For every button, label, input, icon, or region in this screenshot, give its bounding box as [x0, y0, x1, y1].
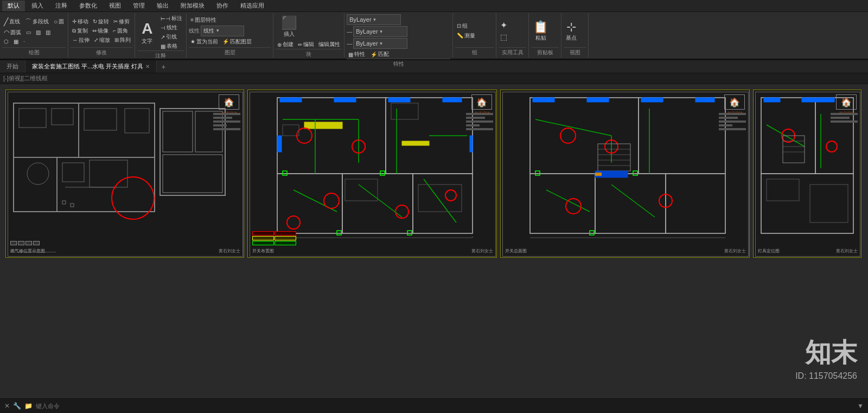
svg-rect-80 — [598, 144, 630, 171]
edit-attr-button[interactable]: 编辑属性 — [317, 40, 342, 49]
svg-rect-48 — [391, 103, 418, 119]
measure-button[interactable]: 📏 测量 — [455, 31, 477, 40]
set-current-button[interactable]: ★ 置为当前 — [189, 37, 220, 46]
cmd-folder-icon[interactable]: 📁 — [24, 402, 33, 410]
linetype-dropdown[interactable]: 线性 ▼ — [201, 26, 244, 36]
match-button[interactable]: ⚡ 匹配 — [369, 50, 391, 59]
bylayer-dropdown-2[interactable]: ByLayer ▼ — [353, 26, 407, 37]
info-line-1 — [213, 113, 240, 115]
ribbon: 默认 插入 注释 参数化 视图 管理 输出 附加模块 协作 精选应用 ╱ 直线 — [0, 0, 868, 60]
command-input[interactable] — [36, 403, 854, 409]
group-icon: ⊡ — [457, 23, 461, 29]
doc-tab-main[interactable]: 家装全套施工图纸 平...水电 开关插座 灯具 ✕ — [25, 60, 157, 73]
cmd-scroll-icon[interactable]: ▼ — [857, 402, 864, 410]
svg-point-46 — [287, 216, 300, 229]
bylayer-dropdown-3[interactable]: ByLayer ▼ — [353, 38, 407, 49]
properties-button[interactable]: ▦ 特性 — [347, 50, 367, 59]
sheet-1: 🏠 知末设计 黄石刘女士 燃气修位置示意图 — [5, 90, 244, 258]
rect-button[interactable]: ▭ — [24, 29, 33, 36]
fillet-button[interactable]: ⌐圆角 — [111, 27, 130, 35]
region-button[interactable]: ⬡ — [2, 38, 10, 45]
svg-rect-91 — [761, 174, 853, 233]
linear-button[interactable]: ⊣线性 — [159, 23, 184, 32]
svg-rect-5 — [19, 109, 46, 128]
basepoint-button[interactable]: ⊹ 基点 — [564, 19, 579, 43]
gradient-button[interactable]: ▥ — [44, 29, 52, 36]
linetype-arrow-icon: ▼ — [215, 28, 220, 33]
svg-point-43 — [324, 193, 339, 208]
create-block-icon: ⊕ — [277, 42, 282, 48]
basepoint-icon: ⊹ — [566, 20, 576, 34]
stretch-button[interactable]: ↔拉伸 — [71, 36, 91, 45]
table-small-button[interactable]: ▦ — [12, 38, 20, 45]
table-button[interactable]: ▦表格 — [159, 42, 184, 50]
tool2-button[interactable]: ⬚ — [499, 32, 509, 42]
tab-manage[interactable]: 管理 — [127, 1, 150, 11]
tab-collab[interactable]: 协作 — [211, 1, 234, 11]
tab-annotate[interactable]: 注释 — [50, 1, 73, 11]
layer-properties-button[interactable]: ≡ 图层特性 — [189, 16, 218, 24]
sheet-2-info — [466, 113, 493, 130]
arc-button[interactable]: ◠ 圆弧 — [2, 28, 23, 37]
doc-tab-start[interactable]: 开始 — [0, 60, 25, 73]
sheet-1-inner: 🏠 知末设计 黄石刘女士 燃气修位置示意图 — [8, 92, 243, 257]
paste-button[interactable]: 📋 粘贴 — [531, 19, 550, 43]
sheet-2-inner: 🏠 知末设计 黄石刘女士 开关布置图 — [250, 92, 496, 257]
mirror-button[interactable]: ⇔镜像 — [91, 27, 110, 35]
match-layer-button[interactable]: ⚡ 匹配图层 — [221, 37, 253, 46]
svg-rect-30 — [470, 136, 473, 152]
svg-rect-8 — [125, 109, 149, 133]
rotate-button[interactable]: ↻旋转 — [91, 17, 111, 26]
match-layer-icon: ⚡ — [222, 39, 229, 45]
tab-view[interactable]: 视图 — [104, 1, 126, 11]
cmd-close-icon[interactable]: ✕ — [4, 402, 10, 410]
line-button[interactable]: ╱ 直线 — [2, 17, 22, 27]
hatch-button[interactable]: ▨ — [34, 29, 42, 36]
svg-rect-19 — [277, 98, 473, 233]
text-button[interactable]: A 文字 — [137, 19, 157, 46]
canvas-area[interactable]: www.znzmo.com www.znzmo.com www.znzmo.co… — [0, 84, 868, 397]
tab-select[interactable]: 精选应用 — [235, 1, 270, 11]
properties-icon: ▦ — [348, 52, 353, 58]
doc-tab-close-icon[interactable]: ✕ — [145, 63, 150, 69]
bylayer-dropdown-1[interactable]: ByLayer ▼ — [347, 14, 401, 25]
edit-block-icon: ✏ — [298, 42, 302, 48]
circle-icon: ○ — [54, 18, 58, 26]
sheet-3-footer: 黄石刘女士 — [724, 248, 746, 254]
scale-button[interactable]: ⤢缩放 — [92, 36, 112, 45]
legend-item-1 — [252, 231, 274, 236]
insert-button[interactable]: ⬛ 插入 — [276, 14, 303, 39]
copy-button[interactable]: ⧉复制 — [71, 27, 90, 35]
block-group-label: 块 — [276, 49, 342, 58]
dimension-button[interactable]: ⊢⊣标注 — [159, 14, 184, 23]
sheet-2-footer: 黄石刘女士 — [471, 248, 493, 254]
create-block-button[interactable]: ⊕ 创建 — [276, 40, 295, 49]
array-button[interactable]: ⊞阵列 — [113, 36, 132, 45]
trim-button[interactable]: ✂修剪 — [112, 17, 131, 26]
tab-default[interactable]: 默认 — [2, 1, 25, 11]
move-button[interactable]: ✛移动 — [71, 17, 90, 26]
point-button[interactable]: · — [22, 38, 27, 45]
sheet-4-info — [831, 113, 858, 123]
modify-group-content: ✛移动 ↻旋转 ✂修剪 ⧉复制 ⇔镜 — [71, 14, 132, 47]
svg-rect-49 — [345, 179, 378, 201]
group-button[interactable]: ⊡ 组 — [455, 22, 477, 30]
tab-param[interactable]: 参数化 — [74, 1, 103, 11]
edit-block-button[interactable]: ✏ 编辑 — [296, 40, 316, 49]
properties-group-content: ByLayer ▼ — ByLayer ▼ — — [347, 14, 450, 59]
tool1-button[interactable]: ✦ — [499, 20, 509, 31]
svg-rect-17 — [71, 204, 74, 207]
cmd-settings-icon[interactable]: 🔧 — [13, 402, 21, 410]
legend-item-6 — [275, 241, 296, 245]
circle-button[interactable]: ○ 圆 — [52, 17, 66, 26]
clipboard-group-content: 📋 粘贴 — [531, 14, 559, 47]
polyline-button[interactable]: ⌒ 多段线 — [23, 17, 50, 27]
info-line-3 — [213, 120, 240, 123]
leader-button[interactable]: ↗引线 — [159, 33, 184, 41]
tab-output[interactable]: 输出 — [151, 1, 174, 11]
tab-insert[interactable]: 插入 — [26, 1, 49, 11]
svg-rect-93 — [802, 98, 818, 102]
sheet-logo-icon: 🏠 — [224, 97, 234, 107]
tab-addons[interactable]: 附加模块 — [175, 1, 210, 11]
doc-tab-add-button[interactable]: + — [157, 61, 170, 73]
